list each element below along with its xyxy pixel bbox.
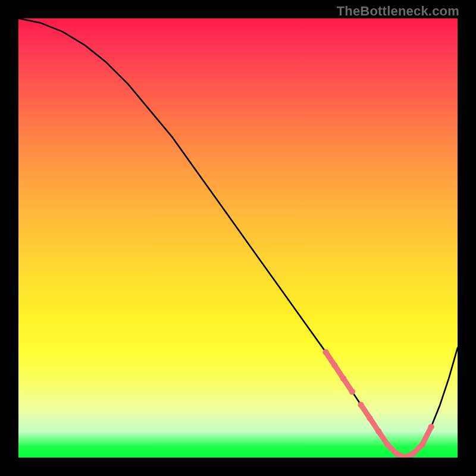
svg-point-6 [375, 428, 381, 434]
chart-svg [18, 18, 458, 458]
plot-area [18, 18, 458, 458]
svg-point-9 [402, 455, 408, 458]
svg-point-5 [367, 415, 372, 421]
highlight-segments [322, 349, 434, 458]
svg-point-1 [331, 362, 337, 368]
svg-point-12 [419, 441, 425, 447]
svg-point-11 [411, 450, 416, 456]
svg-point-8 [393, 450, 399, 456]
main-curve [18, 18, 458, 458]
chart-container: TheBottleneck.com [0, 0, 476, 476]
svg-point-2 [340, 375, 346, 381]
svg-point-3 [349, 389, 355, 394]
svg-point-4 [358, 402, 364, 408]
attribution-text: TheBottleneck.com [337, 4, 459, 19]
svg-point-13 [428, 424, 434, 430]
svg-point-0 [322, 349, 328, 355]
svg-point-7 [384, 441, 390, 447]
svg-point-10 [411, 450, 416, 456]
